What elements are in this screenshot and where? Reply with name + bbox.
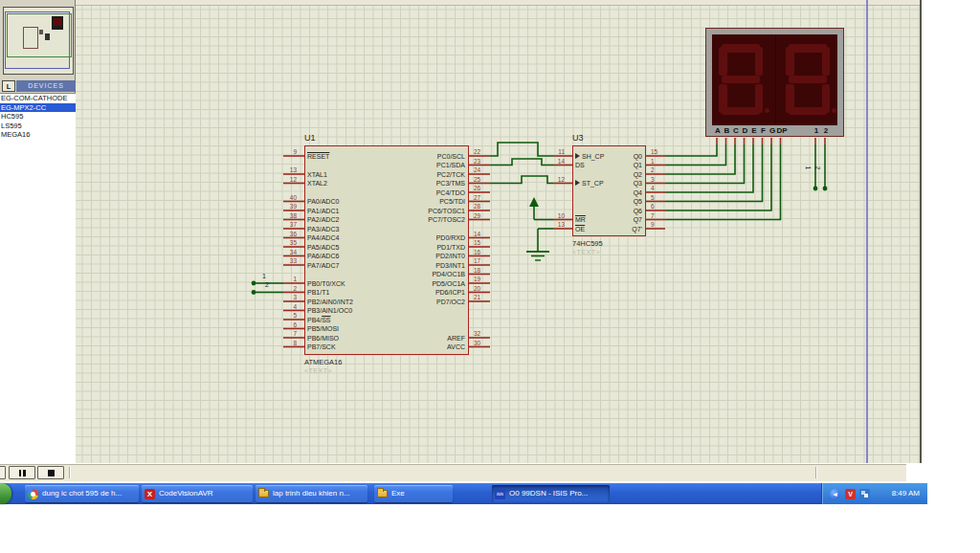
folder-icon xyxy=(258,490,269,498)
task-label: Exe xyxy=(391,489,405,498)
task-label: dung ic chot 595 de h... xyxy=(42,489,122,498)
antivirus-tray-icon[interactable]: V xyxy=(845,489,856,499)
pin-number: 10 xyxy=(542,212,565,219)
network-tray-icon[interactable] xyxy=(859,489,870,499)
windows-taskbar: dung ic chot 595 de h...XCodeVisionAVRla… xyxy=(0,483,926,504)
pin-number: 29 xyxy=(474,212,495,219)
isis-icon: isis xyxy=(495,489,505,499)
pin-number: 39 xyxy=(272,203,297,210)
taskbar-task-5[interactable]: isisO0 99DSN - ISIS Pro... xyxy=(492,485,610,502)
pin-number: 14 xyxy=(542,158,565,165)
devices-list[interactable]: EG-COM-CATHODEEG-MPX2-CCHC595LS595MEGA16 xyxy=(0,93,76,464)
stop-button[interactable] xyxy=(37,466,64,479)
status-separator xyxy=(69,467,70,478)
pin-number: 5 xyxy=(272,312,297,319)
pin-number: 35 xyxy=(272,239,297,246)
pin-number: 4 xyxy=(651,185,670,191)
pin-number: 28 xyxy=(474,203,495,210)
wire-q6-to-segment[interactable] xyxy=(665,144,771,210)
schematic-canvas[interactable]: ABCDEFGDP12 U1ATMEGA16<TEXT>9RESET13XTAL… xyxy=(0,0,922,463)
digit-select-label: 2 xyxy=(820,126,832,135)
library-pick-button[interactable]: L xyxy=(2,80,15,92)
pin-number: 4 xyxy=(272,303,297,310)
status-separator xyxy=(815,467,816,478)
pause-button[interactable] xyxy=(9,466,35,479)
pin-number: 6 xyxy=(651,203,670,210)
display-digit-divider xyxy=(775,34,776,125)
pin-number: 32 xyxy=(474,330,495,337)
task-label: O0 99DSN - ISIS Pro... xyxy=(509,489,588,498)
pin-number: 13 xyxy=(272,166,297,173)
u3-text-placeholder: <TEXT> xyxy=(572,249,600,255)
device-list-item-hc595[interactable]: HC595 xyxy=(0,112,76,122)
start-button[interactable] xyxy=(0,483,11,504)
pin-label: PD2/INT0 xyxy=(304,252,465,260)
pin-number: 12 xyxy=(542,176,565,183)
wire-label-pb0: 1 xyxy=(262,273,266,279)
pin-label: PD7/OC2 xyxy=(304,298,465,306)
pin-label: PC6/TOSC1 xyxy=(304,207,465,215)
pin-label: PD4/OC1B xyxy=(304,270,465,278)
device-list-item-ls595[interactable]: LS595 xyxy=(0,122,76,131)
pin-label: PC1/SDA xyxy=(304,161,465,169)
device-list-item-eg-mpx2-cc[interactable]: EG-MPX2-CC xyxy=(0,103,76,113)
pin-label: Q0 xyxy=(572,152,642,161)
pin-label: PA3/ADC3 xyxy=(307,225,339,233)
pin-number: 3 xyxy=(651,176,670,183)
pin-label: PC2/TCK xyxy=(304,170,465,179)
schematic-overview-preview[interactable] xyxy=(3,7,74,75)
pin-label: Q1 xyxy=(572,161,642,169)
wire-label-pb1: 2 xyxy=(265,281,269,288)
wire-junction-dot xyxy=(252,290,256,295)
pin-number: 34 xyxy=(272,249,297,255)
segment-digit1 xyxy=(719,47,727,76)
pin-number: 5 xyxy=(651,194,670,201)
pin-number: 33 xyxy=(272,257,297,264)
pin-number: 15 xyxy=(474,239,495,246)
wire-q3-to-segment[interactable] xyxy=(665,144,745,184)
pin-label: PD1/TXD xyxy=(304,243,465,252)
device-list-item-mega16[interactable]: MEGA16 xyxy=(0,130,76,140)
step-button[interactable] xyxy=(0,466,6,479)
pin-number: 14 xyxy=(474,231,495,237)
pin-label: PB4/SS xyxy=(307,316,331,324)
pin-label: PC5/TDI xyxy=(304,197,465,206)
u3-reference: U3 xyxy=(572,133,584,143)
devices-list-header: DEVICES xyxy=(16,80,76,92)
pin-number: 2 xyxy=(272,285,297,292)
taskbar-task-3[interactable]: lap trinh dieu khien n... xyxy=(256,485,368,502)
segment-digit2 xyxy=(786,47,794,76)
taskbar-task-4[interactable]: Exe xyxy=(374,485,453,502)
segment-digit1 xyxy=(719,84,727,113)
decimal-point-digit2 xyxy=(832,108,836,113)
task-label: CodeVisionAVR xyxy=(159,489,213,498)
segment-digit2 xyxy=(822,47,831,76)
seven-segment-display[interactable]: ABCDEFGDP12 xyxy=(705,28,844,137)
wire-q0-to-segment[interactable] xyxy=(665,144,717,156)
wire-q2-to-segment[interactable] xyxy=(665,144,735,174)
pin-label: Q6 xyxy=(572,207,642,215)
pin-label: Q7 xyxy=(572,215,642,224)
wire-label-digit1: 1 xyxy=(805,166,812,170)
pin-number: 7 xyxy=(651,212,670,219)
pin-number: 36 xyxy=(272,231,297,237)
hide-tray-icons-button[interactable]: ◄ xyxy=(830,489,840,499)
stop-icon xyxy=(38,470,63,476)
pin-label: PD5/OC1A xyxy=(304,279,465,288)
pin-number: 37 xyxy=(272,221,297,228)
folder-icon xyxy=(377,490,388,498)
pin-number: 27 xyxy=(474,194,495,201)
pin-number: 30 xyxy=(474,340,495,346)
pause-icon xyxy=(10,470,34,476)
u1-reference: U1 xyxy=(304,133,316,143)
pin-label: PD3/INT1 xyxy=(304,261,465,270)
device-list-item-eg-com-cathode[interactable]: EG-COM-CATHODE xyxy=(0,94,76,103)
taskbar-task-1[interactable]: dung ic chot 595 de h... xyxy=(25,485,139,502)
segment-digit2 xyxy=(789,76,827,84)
wire-q4-to-segment[interactable] xyxy=(665,144,753,192)
object-selector-panel: L DEVICES EG-COM-CATHODEEG-MPX2-CCHC595L… xyxy=(0,0,76,463)
taskbar-task-2[interactable]: XCodeVisionAVR xyxy=(142,485,253,502)
pin-label: PC7/TOSC2 xyxy=(304,215,465,224)
pin-label: PC4/TDO xyxy=(304,188,465,197)
pin-number: 7 xyxy=(272,330,297,337)
